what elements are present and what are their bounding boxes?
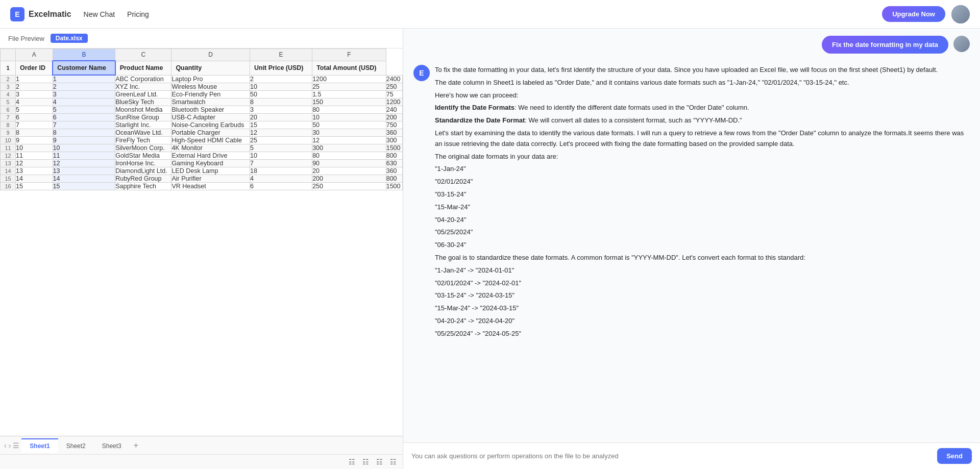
table-cell[interactable]: 4K Monitor <box>172 144 250 152</box>
table-cell[interactable]: 2 <box>250 75 312 83</box>
col-header-a[interactable]: A <box>16 49 53 61</box>
table-cell[interactable]: VR Headset <box>172 183 250 190</box>
table-cell[interactable]: 6 <box>53 114 115 121</box>
table-cell[interactable]: XYZ Inc. <box>115 83 172 91</box>
table-cell[interactable]: 5 <box>53 106 115 114</box>
table-cell[interactable]: OceanWave Ltd. <box>115 129 172 137</box>
col-header-c[interactable]: C <box>115 49 172 61</box>
sheet-tab-1[interactable]: Sheet1 <box>21 438 58 453</box>
table-cell[interactable]: 6 <box>16 114 53 121</box>
avatar[interactable] <box>951 5 970 23</box>
table-cell[interactable]: 360 <box>386 129 402 137</box>
table-cell[interactable]: DiamondLight Ltd. <box>115 167 172 175</box>
table-cell[interactable]: 1 <box>53 75 115 83</box>
col-header-e[interactable]: E <box>250 49 312 61</box>
table-cell[interactable]: 10 <box>16 144 53 152</box>
spreadsheet-wrapper[interactable]: A B C D E F 1 Order ID Customer Name Pro… <box>0 48 403 436</box>
col-header-b[interactable]: B <box>53 49 115 61</box>
table-cell[interactable]: 3 <box>16 91 53 98</box>
table-cell[interactable]: GoldStar Media <box>115 152 172 160</box>
table-cell[interactable]: 75 <box>386 91 402 98</box>
table-cell[interactable]: 1500 <box>386 183 402 190</box>
table-cell[interactable]: 7 <box>53 121 115 129</box>
table-cell[interactable]: 13 <box>16 167 53 175</box>
sheet-tab-prev[interactable]: ‹ <box>4 441 7 450</box>
table-cell[interactable]: 80 <box>312 152 386 160</box>
toolbar-icon-1[interactable]: ☷ <box>347 457 357 467</box>
table-cell[interactable]: SilverMoon Corp. <box>115 144 172 152</box>
col-header-f[interactable]: F <box>312 49 386 61</box>
header-unit-price[interactable]: Unit Price (USD) <box>250 61 312 75</box>
toolbar-icon-4[interactable]: ☷ <box>388 457 399 467</box>
table-cell[interactable]: Gaming Keyboard <box>172 160 250 167</box>
table-cell[interactable]: 25 <box>312 83 386 91</box>
table-cell[interactable]: 20 <box>250 114 312 121</box>
table-cell[interactable]: 13 <box>53 167 115 175</box>
table-cell[interactable]: 5 <box>16 106 53 114</box>
table-cell[interactable]: Smartwatch <box>172 98 250 106</box>
table-cell[interactable]: Portable Charger <box>172 129 250 137</box>
table-cell[interactable]: 4 <box>250 175 312 183</box>
table-cell[interactable]: External Hard Drive <box>172 152 250 160</box>
table-cell[interactable]: 7 <box>250 160 312 167</box>
table-cell[interactable]: 750 <box>386 121 402 129</box>
sheet-tab-menu[interactable]: ☰ <box>13 441 19 450</box>
table-cell[interactable]: ABC Corporation <box>115 75 172 83</box>
table-cell[interactable]: 5 <box>250 144 312 152</box>
table-cell[interactable]: Sapphire Tech <box>115 183 172 190</box>
table-cell[interactable]: 12 <box>16 160 53 167</box>
table-cell[interactable]: 800 <box>386 152 402 160</box>
toolbar-icon-2[interactable]: ☷ <box>360 457 371 467</box>
sheet-tab-3[interactable]: Sheet3 <box>94 438 130 453</box>
upgrade-button[interactable]: Upgrade Now <box>882 6 945 22</box>
header-customer-name[interactable]: Customer Name <box>53 61 115 75</box>
table-cell[interactable]: 4 <box>16 98 53 106</box>
table-cell[interactable]: 90 <box>312 160 386 167</box>
table-cell[interactable]: IronHorse Inc. <box>115 160 172 167</box>
table-cell[interactable]: 1500 <box>386 144 402 152</box>
table-cell[interactable]: 12 <box>312 137 386 144</box>
table-cell[interactable]: Air Purifier <box>172 175 250 183</box>
table-cell[interactable]: High-Speed HDMI Cable <box>172 137 250 144</box>
table-cell[interactable]: 50 <box>250 91 312 98</box>
table-cell[interactable]: 2 <box>16 83 53 91</box>
table-cell[interactable]: 300 <box>386 137 402 144</box>
table-cell[interactable]: 10 <box>250 83 312 91</box>
chat-messages[interactable]: E To fix the date formatting in your dat… <box>403 59 980 442</box>
table-cell[interactable]: 240 <box>386 106 402 114</box>
table-cell[interactable]: 80 <box>312 106 386 114</box>
table-cell[interactable]: 15 <box>250 121 312 129</box>
table-cell[interactable]: 8 <box>250 98 312 106</box>
sheet-tab-2[interactable]: Sheet2 <box>58 438 94 453</box>
toolbar-icon-3[interactable]: ☷ <box>374 457 385 467</box>
table-cell[interactable]: 12 <box>53 160 115 167</box>
new-chat-link[interactable]: New Chat <box>84 8 115 20</box>
table-cell[interactable]: BlueSky Tech <box>115 98 172 106</box>
table-cell[interactable]: 200 <box>312 175 386 183</box>
table-cell[interactable]: 360 <box>386 167 402 175</box>
header-quantity[interactable]: Quantity <box>172 61 250 75</box>
table-cell[interactable]: 1.5 <box>312 91 386 98</box>
table-cell[interactable]: 8 <box>53 129 115 137</box>
table-cell[interactable]: Noise-Canceling Earbuds <box>172 121 250 129</box>
table-cell[interactable]: 1200 <box>386 98 402 106</box>
header-product-name[interactable]: Product Name <box>115 61 172 75</box>
table-cell[interactable]: Laptop Pro <box>172 75 250 83</box>
send-button[interactable]: Send <box>937 448 972 464</box>
table-cell[interactable]: 630 <box>386 160 402 167</box>
table-cell[interactable]: RubyRed Group <box>115 175 172 183</box>
table-cell[interactable]: 14 <box>53 175 115 183</box>
table-cell[interactable]: LED Desk Lamp <box>172 167 250 175</box>
table-cell[interactable]: 3 <box>250 106 312 114</box>
table-cell[interactable]: 20 <box>312 167 386 175</box>
table-cell[interactable]: USB-C Adapter <box>172 114 250 121</box>
sheet-tab-add[interactable]: + <box>130 439 142 452</box>
table-cell[interactable]: 2400 <box>386 75 402 83</box>
col-header-d[interactable]: D <box>172 49 250 61</box>
table-cell[interactable]: 6 <box>250 183 312 190</box>
table-cell[interactable]: 8 <box>16 129 53 137</box>
table-cell[interactable]: FireFly Tech <box>115 137 172 144</box>
table-cell[interactable]: 11 <box>53 152 115 160</box>
table-cell[interactable]: 250 <box>312 183 386 190</box>
table-cell[interactable]: Moonshot Media <box>115 106 172 114</box>
